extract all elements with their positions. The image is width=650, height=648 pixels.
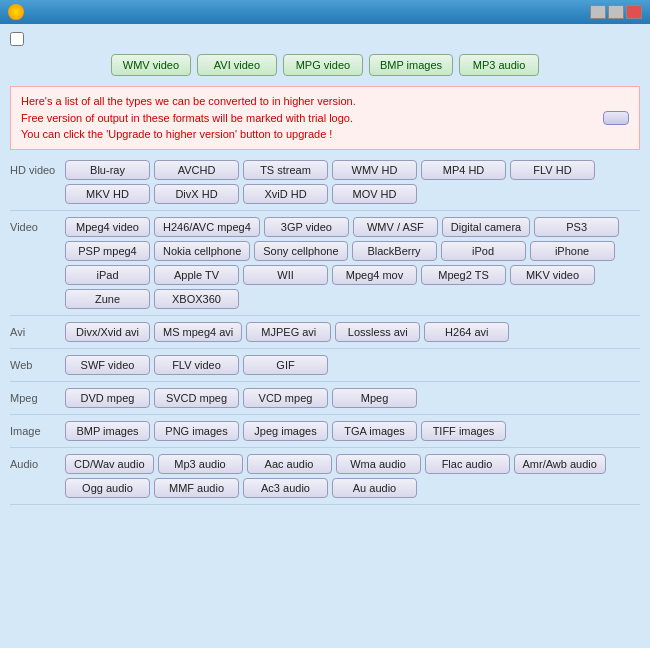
upgrade-button[interactable] <box>603 111 629 125</box>
upgrade-section: Here's a list of all the types we can be… <box>10 86 640 150</box>
format-item-button[interactable]: Amr/Awb audio <box>514 454 606 474</box>
category-row: ImageBMP imagesPNG imagesJpeg imagesTGA … <box>10 421 640 448</box>
format-item-button[interactable]: MOV HD <box>332 184 417 204</box>
format-item-button[interactable]: TGA images <box>332 421 417 441</box>
format-item-button[interactable]: Au audio <box>332 478 417 498</box>
format-item-button[interactable]: DVD mpeg <box>65 388 150 408</box>
upgrade-text: Here's a list of all the types we can be… <box>21 93 593 143</box>
format-item-button[interactable]: Mp3 audio <box>158 454 243 474</box>
category-buttons: Blu-rayAVCHDTS streamWMV HDMP4 HDFLV HDM… <box>65 160 640 204</box>
format-item-button[interactable]: Nokia cellphone <box>154 241 250 261</box>
format-item-button[interactable]: MJPEG avi <box>246 322 331 342</box>
format-item-button[interactable]: Wma audio <box>336 454 421 474</box>
window-controls <box>590 5 642 19</box>
top-format-button[interactable]: BMP images <box>369 54 453 76</box>
format-item-button[interactable]: 3GP video <box>264 217 349 237</box>
format-item-button[interactable]: TIFF images <box>421 421 506 441</box>
format-item-button[interactable]: MS mpeg4 avi <box>154 322 242 342</box>
format-item-button[interactable]: MKV HD <box>65 184 150 204</box>
format-item-button[interactable]: MMF audio <box>154 478 239 498</box>
top-format-button[interactable]: AVI video <box>197 54 277 76</box>
category-buttons: Mpeg4 videoH246/AVC mpeg43GP videoWMV / … <box>65 217 640 309</box>
format-item-button[interactable]: Digital camera <box>442 217 530 237</box>
format-item-button[interactable]: MKV video <box>510 265 595 285</box>
format-item-button[interactable]: Lossless avi <box>335 322 420 342</box>
category-buttons: SWF videoFLV videoGIF <box>65 355 640 375</box>
category-buttons: Divx/Xvid aviMS mpeg4 aviMJPEG aviLossle… <box>65 322 640 342</box>
main-content: WMV videoAVI videoMPG videoBMP imagesMP3… <box>0 24 650 588</box>
auto-display-checkbox[interactable] <box>10 32 24 46</box>
category-buttons: CD/Wav audioMp3 audioAac audioWma audioF… <box>65 454 640 498</box>
auto-display-row <box>10 32 640 46</box>
category-label: Audio <box>10 454 65 470</box>
category-row: AviDivx/Xvid aviMS mpeg4 aviMJPEG aviLos… <box>10 322 640 349</box>
categories-scroll[interactable]: HD videoBlu-rayAVCHDTS streamWMV HDMP4 H… <box>10 160 640 580</box>
category-buttons: DVD mpegSVCD mpegVCD mpegMpeg <box>65 388 640 408</box>
format-item-button[interactable]: WMV HD <box>332 160 417 180</box>
format-item-button[interactable]: CD/Wav audio <box>65 454 154 474</box>
format-item-button[interactable]: H264 avi <box>424 322 509 342</box>
category-buttons: BMP imagesPNG imagesJpeg imagesTGA image… <box>65 421 640 441</box>
format-item-button[interactable]: H246/AVC mpeg4 <box>154 217 260 237</box>
title-bar <box>0 0 650 24</box>
format-item-button[interactable]: iPad <box>65 265 150 285</box>
top-format-button[interactable]: WMV video <box>111 54 191 76</box>
close-button[interactable] <box>626 5 642 19</box>
category-row: HD videoBlu-rayAVCHDTS streamWMV HDMP4 H… <box>10 160 640 211</box>
format-item-button[interactable]: Blu-ray <box>65 160 150 180</box>
app-icon <box>8 4 24 20</box>
category-label: Image <box>10 421 65 437</box>
category-label: Mpeg <box>10 388 65 404</box>
format-item-button[interactable]: Divx/Xvid avi <box>65 322 150 342</box>
format-item-button[interactable]: Sony cellphone <box>254 241 347 261</box>
format-item-button[interactable]: iPhone <box>530 241 615 261</box>
minimize-button[interactable] <box>590 5 606 19</box>
format-item-button[interactable]: BMP images <box>65 421 150 441</box>
format-item-button[interactable]: Apple TV <box>154 265 239 285</box>
format-item-button[interactable]: Ogg audio <box>65 478 150 498</box>
format-item-button[interactable]: PNG images <box>154 421 239 441</box>
format-item-button[interactable]: XBOX360 <box>154 289 239 309</box>
maximize-button[interactable] <box>608 5 624 19</box>
category-row: VideoMpeg4 videoH246/AVC mpeg43GP videoW… <box>10 217 640 316</box>
top-format-button[interactable]: MPG video <box>283 54 363 76</box>
top-format-buttons: WMV videoAVI videoMPG videoBMP imagesMP3… <box>10 54 640 76</box>
format-item-button[interactable]: SWF video <box>65 355 150 375</box>
format-item-button[interactable]: GIF <box>243 355 328 375</box>
category-row: WebSWF videoFLV videoGIF <box>10 355 640 382</box>
top-format-button[interactable]: MP3 audio <box>459 54 539 76</box>
category-row: AudioCD/Wav audioMp3 audioAac audioWma a… <box>10 454 640 505</box>
format-item-button[interactable]: Mpeg2 TS <box>421 265 506 285</box>
format-item-button[interactable]: DivX HD <box>154 184 239 204</box>
format-item-button[interactable]: MP4 HD <box>421 160 506 180</box>
category-label: Video <box>10 217 65 233</box>
format-item-button[interactable]: WII <box>243 265 328 285</box>
format-item-button[interactable]: Jpeg images <box>243 421 328 441</box>
category-label: Avi <box>10 322 65 338</box>
category-label: HD video <box>10 160 65 176</box>
format-item-button[interactable]: iPod <box>441 241 526 261</box>
format-item-button[interactable]: Flac audio <box>425 454 510 474</box>
category-row: MpegDVD mpegSVCD mpegVCD mpegMpeg <box>10 388 640 415</box>
format-item-button[interactable]: PSP mpeg4 <box>65 241 150 261</box>
format-item-button[interactable]: Mpeg <box>332 388 417 408</box>
format-item-button[interactable]: Mpeg4 video <box>65 217 150 237</box>
format-item-button[interactable]: Aac audio <box>247 454 332 474</box>
format-item-button[interactable]: TS stream <box>243 160 328 180</box>
format-item-button[interactable]: Mpeg4 mov <box>332 265 417 285</box>
format-item-button[interactable]: WMV / ASF <box>353 217 438 237</box>
category-label: Web <box>10 355 65 371</box>
format-item-button[interactable]: FLV HD <box>510 160 595 180</box>
format-item-button[interactable]: AVCHD <box>154 160 239 180</box>
format-item-button[interactable]: BlackBerry <box>352 241 437 261</box>
format-item-button[interactable]: XviD HD <box>243 184 328 204</box>
format-item-button[interactable]: VCD mpeg <box>243 388 328 408</box>
format-item-button[interactable]: Zune <box>65 289 150 309</box>
format-item-button[interactable]: FLV video <box>154 355 239 375</box>
format-item-button[interactable]: PS3 <box>534 217 619 237</box>
format-item-button[interactable]: SVCD mpeg <box>154 388 239 408</box>
format-item-button[interactable]: Ac3 audio <box>243 478 328 498</box>
